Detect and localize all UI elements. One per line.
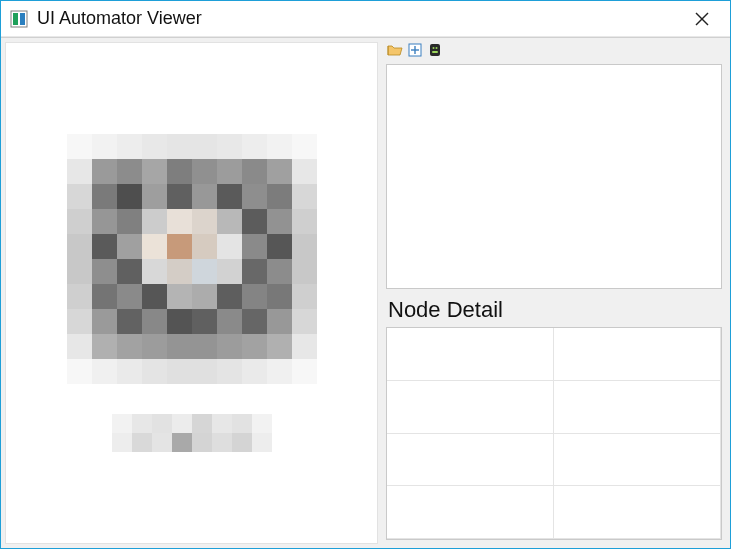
svg-point-9 [433, 47, 435, 49]
screenshot-panel [5, 42, 378, 544]
body-area: Node Detail [1, 37, 730, 548]
inspector-panel: Node Detail [382, 38, 730, 548]
hierarchy-tree[interactable] [386, 64, 722, 289]
detail-cell [554, 486, 721, 539]
detail-cell [387, 434, 554, 487]
title-bar: UI Automator Viewer [1, 1, 730, 37]
screenshot-icon[interactable] [406, 41, 424, 59]
detail-cell [554, 434, 721, 487]
node-detail-label: Node Detail [382, 289, 730, 327]
svg-point-10 [436, 47, 438, 49]
detail-cell [554, 381, 721, 434]
svg-rect-2 [20, 13, 25, 25]
detail-cell [387, 328, 554, 381]
detail-cell [387, 381, 554, 434]
svg-rect-8 [430, 44, 440, 56]
toolbar [382, 38, 730, 62]
node-detail-table[interactable] [386, 327, 722, 540]
screenshot-caption [112, 414, 272, 452]
svg-rect-11 [432, 51, 438, 53]
close-button[interactable] [682, 1, 722, 37]
app-icon [9, 9, 29, 29]
app-window: UI Automator Viewer [0, 0, 731, 549]
detail-cell [387, 486, 554, 539]
device-screenshot [67, 134, 317, 384]
detail-cell [554, 328, 721, 381]
open-folder-icon[interactable] [386, 41, 404, 59]
window-title: UI Automator Viewer [37, 8, 682, 29]
svg-rect-1 [13, 13, 18, 25]
device-icon[interactable] [426, 41, 444, 59]
